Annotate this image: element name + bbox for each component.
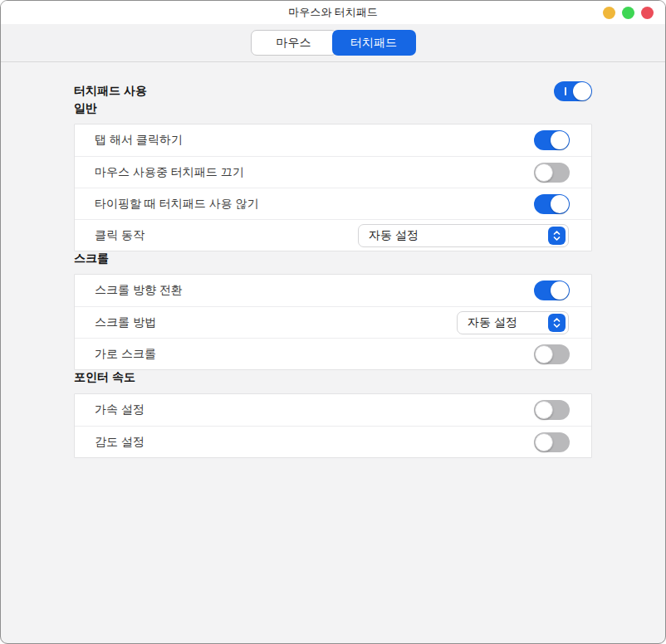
window-controls [603, 7, 654, 19]
chevron-up-down-icon [548, 227, 566, 245]
settings-window: 마우스와 터치패드 마우스 터치패드 터치패드 사용 일반 탭 해 [0, 0, 666, 644]
click-action-select[interactable]: 자동 설정 [358, 224, 569, 247]
row-label: 탭 해서 클릭하기 [95, 133, 183, 148]
row-disable-while-mouse: 마우스 사용중 터치패드 끄기 [75, 156, 591, 188]
section-heading-pointer-speed: 포인터 속도 [74, 370, 592, 383]
chevron-up-down-icon [548, 314, 566, 332]
acceleration-toggle[interactable] [534, 400, 570, 420]
section-heading-general: 일반 [74, 101, 592, 115]
sensitivity-toggle[interactable] [534, 432, 570, 452]
scroll-method-value: 자동 설정 [468, 315, 517, 330]
scroll-card: 스크롤 방향 전환 스크롤 방법 자동 설정 [74, 274, 592, 370]
row-label: 가로 스크롤 [95, 347, 156, 362]
toggle-knob [535, 401, 553, 419]
row-disable-while-typing: 타이핑할 때 터치패드 사용 않기 [75, 188, 591, 219]
toggle-knob [551, 281, 569, 300]
touchpad-enable-row: 터치패드 사용 [74, 81, 592, 101]
row-label: 감도 설정 [95, 435, 144, 450]
pointer-speed-card: 가속 설정 감도 설정 [74, 393, 592, 458]
title-bar: 마우스와 터치패드 [1, 1, 665, 24]
maximize-button[interactable] [622, 7, 634, 19]
tab-mouse[interactable]: 마우스 [251, 30, 337, 56]
row-label: 타이핑할 때 터치패드 사용 않기 [95, 197, 259, 212]
settings-content: 터치패드 사용 일반 탭 해서 클릭하기 마우스 사용중 터치패드 끄기 [1, 81, 665, 458]
tap-to-click-toggle[interactable] [534, 130, 570, 150]
click-action-value: 자동 설정 [369, 228, 419, 243]
touchpad-enable-toggle[interactable] [554, 81, 592, 101]
scroll-method-select[interactable]: 자동 설정 [457, 311, 569, 334]
tab-mouse-label: 마우스 [277, 36, 311, 51]
touchpad-enable-label: 터치패드 사용 [74, 84, 147, 99]
row-label: 클릭 동작 [95, 228, 144, 243]
window-title: 마우스와 터치패드 [288, 5, 378, 20]
toggle-knob [573, 82, 591, 100]
row-sensitivity: 감도 설정 [75, 426, 591, 457]
row-label: 가속 설정 [95, 402, 144, 417]
row-click-action: 클릭 동작 자동 설정 [75, 219, 591, 251]
row-scroll-method: 스크롤 방법 자동 설정 [75, 306, 591, 338]
row-label: 스크롤 방향 전환 [95, 283, 183, 298]
row-reverse-scroll: 스크롤 방향 전환 [75, 275, 591, 306]
row-horizontal-scroll: 가로 스크롤 [75, 338, 591, 369]
row-tap-to-click: 탭 해서 클릭하기 [75, 124, 591, 156]
tab-touchpad-label: 터치패드 [350, 36, 397, 51]
reverse-scroll-toggle[interactable] [534, 281, 570, 300]
toggle-knob [535, 433, 553, 451]
toggle-knob [535, 163, 553, 182]
row-label: 마우스 사용중 터치패드 끄기 [95, 165, 244, 180]
tab-touchpad[interactable]: 터치패드 [332, 30, 416, 56]
horizontal-scroll-toggle[interactable] [534, 344, 570, 364]
tab-bar: 마우스 터치패드 [1, 24, 665, 62]
close-button[interactable] [641, 7, 654, 19]
row-acceleration: 가속 설정 [75, 394, 591, 426]
toggle-knob [551, 131, 569, 149]
minimize-button[interactable] [603, 7, 615, 19]
disable-while-mouse-toggle[interactable] [534, 163, 570, 183]
toggle-knob [551, 195, 569, 213]
disable-while-typing-toggle[interactable] [534, 194, 570, 214]
toggle-knob [535, 345, 553, 363]
section-heading-scroll: 스크롤 [74, 251, 592, 265]
general-card: 탭 해서 클릭하기 마우스 사용중 터치패드 끄기 타이핑할 때 터치패드 사용… [74, 124, 592, 251]
row-label: 스크롤 방법 [95, 315, 156, 330]
toggle-on-tick-icon [565, 87, 566, 95]
